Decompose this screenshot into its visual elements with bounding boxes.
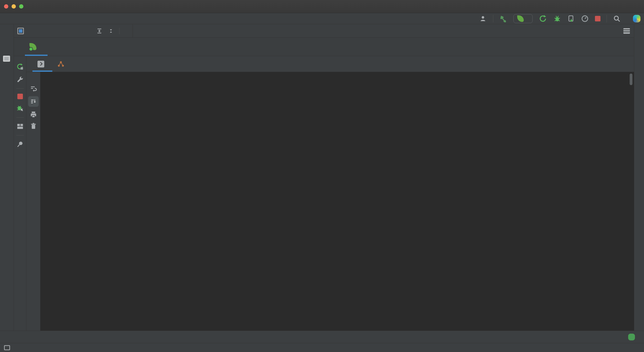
tab-endpoints[interactable]	[52, 56, 72, 72]
console-blank-line	[47, 210, 634, 221]
code-with-me-icon[interactable]	[633, 15, 640, 22]
minimize-window-button[interactable]	[12, 4, 16, 9]
event-log-badge	[628, 334, 635, 340]
console-row	[26, 72, 634, 331]
user-account-icon[interactable]	[479, 15, 487, 22]
editor-tabs	[133, 24, 614, 37]
stop-icon[interactable]	[595, 16, 600, 21]
run-with-coverage-icon[interactable]	[567, 15, 575, 22]
zoom-window-button[interactable]	[19, 4, 23, 9]
spring-boot-icon	[517, 15, 524, 22]
expand-all-icon[interactable]	[96, 28, 103, 34]
rerun-icon[interactable]	[16, 63, 24, 71]
tabbar-end-icons	[614, 24, 634, 37]
project-panel-header	[14, 24, 133, 37]
toolbar-divider	[16, 135, 24, 135]
run-configuration-tab[interactable]	[25, 38, 48, 56]
tabs-row	[14, 24, 634, 38]
main-toolbar	[0, 13, 644, 24]
run-configuration-select[interactable]	[513, 14, 533, 23]
close-window-button[interactable]	[4, 4, 8, 9]
center-column	[14, 24, 634, 331]
toolbar-separator	[493, 15, 493, 22]
console-blank-line	[47, 126, 634, 136]
search-everywhere-icon[interactable]	[613, 15, 621, 23]
console-inner-toolbar	[26, 72, 40, 331]
toolbar-divider	[16, 117, 24, 118]
toolbar-separator	[119, 28, 119, 34]
attach-debugger-icon[interactable]	[16, 104, 24, 112]
console-command-line	[47, 94, 634, 105]
pin-tab-icon[interactable]	[16, 140, 24, 148]
run-main	[26, 56, 634, 331]
status-bar	[0, 343, 644, 352]
scroll-to-end-icon[interactable]	[28, 96, 39, 107]
titlebar	[0, 0, 644, 13]
soft-wrap-icon[interactable]	[30, 85, 37, 92]
console-tab-bar	[26, 56, 634, 72]
content-area	[0, 24, 644, 331]
print-icon[interactable]	[30, 111, 37, 118]
console-blank-line	[47, 242, 634, 253]
run-tool-window-icon[interactable]	[3, 56, 10, 62]
debug-icon[interactable]	[553, 15, 561, 23]
ide-window	[0, 0, 644, 352]
clear-all-trash-icon[interactable]	[30, 122, 37, 130]
edit-configuration-wrench-icon[interactable]	[16, 76, 24, 83]
log-lines	[47, 274, 634, 306]
right-tool-stripe	[634, 24, 644, 331]
console-scrollbar[interactable]	[630, 74, 632, 85]
toggle-tool-windows-icon[interactable]	[4, 345, 10, 350]
toolbar-right-group	[479, 14, 640, 23]
project-header-icons	[91, 28, 130, 34]
endpoints-icon	[57, 60, 64, 67]
left-tool-stripe	[0, 24, 14, 331]
toolbar-separator	[607, 15, 607, 22]
console-output[interactable]	[40, 72, 634, 331]
bottom-tool-window-bar	[0, 331, 644, 343]
event-log-button[interactable]	[628, 334, 638, 340]
toolbar-divider	[16, 88, 24, 89]
spring-boot-running-icon	[29, 43, 37, 51]
build-project-icon[interactable]	[499, 15, 507, 23]
run-panel-header	[14, 38, 634, 56]
rerun-application-icon[interactable]	[539, 14, 547, 23]
profiler-icon[interactable]	[581, 15, 589, 23]
console-terminal-icon	[37, 61, 44, 67]
collapse-all-icon[interactable]	[108, 28, 114, 34]
stop-process-icon[interactable]	[17, 94, 23, 99]
project-icon	[17, 28, 24, 34]
restore-layout-icon[interactable]	[16, 123, 24, 130]
tab-console[interactable]	[32, 56, 52, 72]
run-panel-body	[14, 56, 634, 331]
hide-tabs-stack-icon[interactable]	[623, 28, 630, 34]
run-outer-toolbar	[14, 56, 26, 331]
spring-banner	[47, 158, 634, 189]
traffic-lights	[4, 4, 23, 9]
